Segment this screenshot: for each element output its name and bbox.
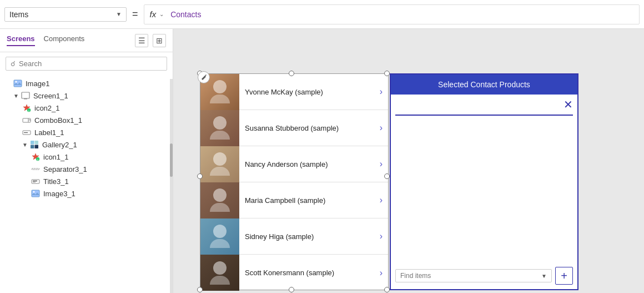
gallery-chevron-1: ›: [380, 123, 388, 133]
expand-arrow-gallery2: ▼: [22, 142, 28, 148]
search-input[interactable]: [19, 59, 162, 68]
handle-tr[interactable]: [384, 71, 390, 76]
gallery-item-4[interactable]: Sidney Higa (sample) ›: [200, 218, 388, 255]
find-input[interactable]: [400, 272, 539, 280]
icon2-icon: +: [22, 103, 31, 112]
grid-view-icon[interactable]: ⊞: [153, 34, 166, 47]
svg-rect-10: [31, 141, 34, 145]
avatar-nancy: [200, 146, 239, 182]
handle-ml[interactable]: [197, 173, 203, 179]
tree-label-screen1: Screen1_1: [33, 92, 68, 100]
tree-item-title3[interactable]: Title3_1: [0, 175, 173, 187]
icon1-icon: +: [31, 152, 40, 161]
tree-label-label1: Label1_1: [34, 128, 64, 137]
search-icon: ☌: [11, 59, 16, 68]
gallery-name-5: Scott Konersmann (sample): [239, 269, 380, 277]
separator-icon: [31, 165, 40, 173]
tab-screens[interactable]: Screens: [7, 34, 35, 46]
svg-text:+: +: [28, 109, 30, 112]
tree-item-screen1[interactable]: ▼ Screen1_1: [0, 90, 173, 102]
main-layout: Screens Components ☰ ⊞ ☌ Image1 ▼: [0, 29, 644, 293]
tree-label-sep3: Separator3_1: [43, 165, 87, 173]
svg-rect-6: [23, 118, 31, 122]
gallery-chevron-3: ›: [380, 195, 388, 205]
tree-label-image3: Image3_1: [43, 190, 76, 198]
tree-label-icon1: icon1_1: [43, 153, 69, 161]
avatar-susanna: [200, 110, 239, 146]
gallery-chevron-5: ›: [380, 268, 388, 278]
gallery-name-0: Yvonne McKay (sample): [239, 88, 380, 96]
svg-point-1: [16, 81, 17, 83]
left-panel: Screens Components ☰ ⊞ ☌ Image1 ▼: [0, 29, 173, 293]
svg-rect-13: [34, 145, 38, 149]
tree-item-label1[interactable]: Label1_1: [0, 126, 173, 138]
combobox-icon: [22, 116, 31, 125]
expand-arrow-screen1: ▼: [13, 93, 19, 99]
tree-view: Image1 ▼ Screen1_1 + icon2_: [0, 75, 173, 293]
find-input-wrap[interactable]: ▼: [395, 269, 552, 282]
screen-icon: [21, 91, 30, 100]
svg-rect-20: [32, 190, 39, 197]
svg-rect-2: [22, 92, 29, 98]
label-icon: [22, 128, 31, 137]
gallery-item-3[interactable]: Maria Campbell (sample) ›: [200, 182, 388, 218]
contact-panel: Selected Contact Products ✕ ▼ +: [390, 73, 578, 290]
svg-rect-3: [24, 98, 27, 100]
gallery-name-2: Nancy Anderson (sample): [239, 160, 380, 168]
svg-point-21: [33, 191, 35, 193]
svg-rect-0: [14, 80, 22, 87]
tree-item-icon1[interactable]: + icon1_1: [0, 151, 173, 163]
handle-tc[interactable]: [289, 71, 294, 76]
scrollbar-track: [170, 79, 173, 293]
panel-tabs: Screens Components ☰ ⊞: [0, 29, 173, 52]
tree-label-title3: Title3_1: [43, 177, 69, 186]
avatar-sidney: [200, 218, 239, 255]
handle-bc[interactable]: [289, 287, 294, 292]
contact-panel-header: Selected Contact Products: [391, 75, 577, 95]
avatar-maria: [200, 182, 239, 218]
gallery-item-1[interactable]: Susanna Stubberod (sample) ›: [200, 110, 388, 146]
handle-bl[interactable]: [197, 287, 203, 292]
tab-components[interactable]: Components: [44, 34, 85, 46]
tree-item-combobox1[interactable]: ComboBox1_1: [0, 114, 173, 126]
tree-item-image1[interactable]: Image1: [0, 77, 173, 90]
tree-item-gallery2[interactable]: ▼ Gallery2_1: [0, 138, 173, 151]
panel-icons: ☰ ⊞: [135, 34, 166, 47]
tabs-left: Screens Components: [7, 34, 84, 46]
list-view-icon[interactable]: ☰: [135, 34, 148, 47]
tree-item-sep3[interactable]: Separator3_1: [0, 163, 173, 175]
fx-chevron-icon: ⌄: [159, 11, 164, 17]
find-items-row: ▼ +: [395, 262, 573, 285]
gallery-chevron-0: ›: [380, 87, 388, 97]
svg-rect-17: [32, 180, 39, 183]
dropdown-label: Items: [9, 10, 28, 19]
close-icon[interactable]: ✕: [564, 99, 573, 110]
formula-value: Contacts: [170, 10, 201, 19]
contact-panel-title: Selected Contact Products: [438, 80, 530, 89]
gallery-chevron-4: ›: [380, 231, 388, 241]
avatar-scott: [200, 255, 239, 291]
edit-handle[interactable]: [198, 71, 210, 83]
contact-panel-body: ✕ ▼ +: [391, 95, 577, 289]
gallery-item-0[interactable]: Yvonne McKay (sample) ›: [200, 74, 388, 110]
tree-label-gallery2: Gallery2_1: [42, 141, 77, 149]
items-dropdown[interactable]: Items ▼: [4, 7, 127, 22]
contact-empty-area: [395, 116, 573, 263]
add-item-button[interactable]: +: [555, 267, 573, 285]
handle-br[interactable]: [384, 287, 390, 292]
equals-icon: =: [132, 8, 138, 20]
scrollbar-thumb[interactable]: [170, 143, 173, 177]
image-icon: [13, 79, 22, 88]
top-bar: Items ▼ = fx ⌄ Contacts: [0, 0, 644, 29]
tree-item-icon2[interactable]: + icon2_1: [0, 102, 173, 114]
tree-item-image3[interactable]: Image3_1: [0, 187, 173, 200]
svg-text:+: +: [37, 158, 39, 161]
gallery-item-5[interactable]: Scott Konersmann (sample) ›: [200, 255, 388, 291]
svg-rect-12: [31, 145, 34, 149]
chevron-down-icon: ▼: [116, 11, 122, 17]
handle-mr[interactable]: [384, 173, 390, 179]
gallery-item-2[interactable]: Nancy Anderson (sample) ›: [200, 146, 388, 182]
search-box[interactable]: ☌: [6, 57, 167, 71]
gallery-widget: Yvonne McKay (sample) › Susanna Stubbero…: [200, 73, 389, 290]
formula-bar[interactable]: fx ⌄ Contacts: [144, 4, 640, 24]
